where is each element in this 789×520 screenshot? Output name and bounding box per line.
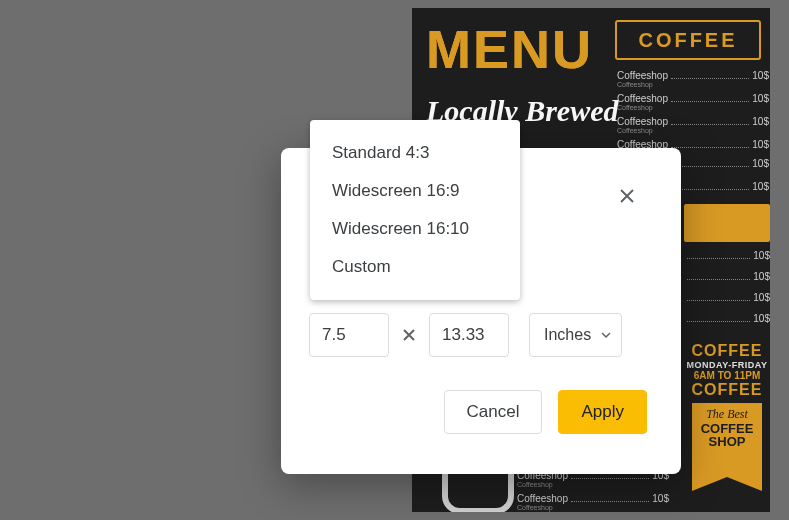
cancel-button[interactable]: Cancel: [444, 390, 543, 434]
menu-title: MENU: [426, 18, 593, 80]
menu-item-price: 10$: [752, 70, 769, 81]
dimension-multiply-icon: [389, 327, 429, 343]
dimensions-row: Inches: [309, 313, 622, 357]
unit-select[interactable]: Inches: [529, 313, 622, 357]
footer-badge: The Best COFFEE SHOP: [692, 403, 762, 477]
aspect-option-standard-4-3[interactable]: Standard 4:3: [310, 134, 520, 172]
footer-hours: 6AM TO 11PM: [684, 370, 770, 381]
aspect-option-custom[interactable]: Custom: [310, 248, 520, 286]
badge-line2: SHOP: [692, 435, 762, 448]
dialog-actions: Cancel Apply: [444, 390, 647, 434]
unit-select-label: Inches: [544, 326, 591, 344]
footer-days: MONDAY-FRIDAY: [684, 360, 770, 370]
width-input[interactable]: [309, 313, 389, 357]
aspect-ratio-dropdown: Standard 4:3 Widescreen 16:9 Widescreen …: [310, 120, 520, 300]
apply-button[interactable]: Apply: [558, 390, 647, 434]
menu-underline-graphic: [442, 468, 514, 512]
footer-coffee-2: COFFEE: [684, 381, 770, 399]
badge-top: The Best: [692, 403, 762, 422]
menu-footer-block: COFFEE MONDAY-FRIDAY 6AM TO 11PM COFFEE …: [684, 342, 770, 512]
menu-list-bottom-left: Coffeeshop10$ Coffeeshop Coffeeshop10$ C…: [517, 470, 669, 512]
menu-right-header: COFFEE: [615, 20, 761, 60]
menu-accent-block: [684, 204, 770, 242]
menu-item-name: Coffeeshop: [617, 70, 668, 81]
menu-item-sub: Coffeeshop: [617, 81, 769, 88]
close-button[interactable]: [615, 186, 639, 210]
footer-coffee-1: COFFEE: [684, 342, 770, 360]
editor-canvas: MENU Locally Brewed COFFEE Coffeeshop10$…: [0, 0, 789, 520]
height-input[interactable]: [429, 313, 509, 357]
menu-list-mid-right: 10$ 10$ 10$ 10$: [684, 250, 770, 326]
aspect-option-widescreen-16-10[interactable]: Widescreen 16:10: [310, 210, 520, 248]
close-icon: [618, 187, 636, 209]
aspect-option-widescreen-16-9[interactable]: Widescreen 16:9: [310, 172, 520, 210]
chevron-down-icon: [601, 326, 611, 344]
